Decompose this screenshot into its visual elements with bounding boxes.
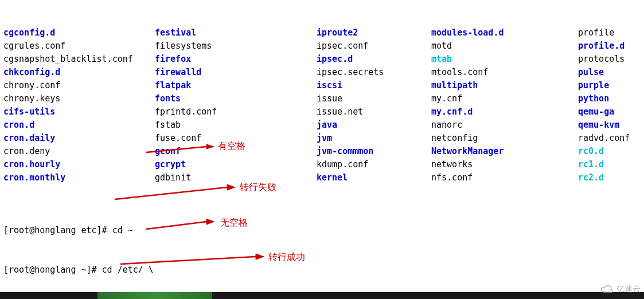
ls-entry: python <box>578 92 641 105</box>
ls-entry: pulse <box>578 66 641 79</box>
arrow-3 <box>146 219 215 230</box>
svg-marker-3 <box>227 184 235 190</box>
arrow-1 <box>146 144 215 154</box>
ls-entry: kernel <box>317 171 431 184</box>
ls-entry: radvd.conf <box>578 132 641 145</box>
ls-col-2: festivalfilesystemsfirefoxfirewalldflatp… <box>155 26 317 184</box>
ls-entry: networks <box>431 158 578 171</box>
ls-entry: issue.net <box>317 105 431 119</box>
ls-col-1: cgconfig.dcgrules.confcgsnapshot_blackli… <box>3 26 155 184</box>
annotation-wrap-fail: 转行失败 <box>240 180 276 194</box>
svg-line-2 <box>115 187 227 199</box>
annotation-has-space: 有空格 <box>218 139 245 152</box>
ls-entry: fonts <box>155 92 317 105</box>
ls-entry: chkconfig.d <box>3 66 155 79</box>
ls-entry: festival <box>155 26 317 40</box>
ls-entry: cron.d <box>3 119 155 132</box>
ls-entry: filesystems <box>155 40 317 53</box>
ls-entry: profile <box>578 26 641 40</box>
ls-entry: rc1.d <box>578 158 641 171</box>
ls-entry: rc2.d <box>578 171 641 184</box>
ls-entry: ipsec.conf <box>317 40 431 53</box>
svg-line-0 <box>146 147 206 152</box>
svg-marker-1 <box>206 144 214 149</box>
ls-entry: nfs.conf <box>431 171 578 184</box>
ls-entry: cgsnapshot_blacklist.conf <box>3 53 155 66</box>
ls-entry: NetworkManager <box>431 145 578 158</box>
ls-entry: java <box>317 119 431 132</box>
ls-entry: my.cnf.d <box>431 105 578 119</box>
arrow-2 <box>115 184 235 202</box>
terminal-output: cgconfig.dcgrules.confcgsnapshot_blackli… <box>0 0 644 299</box>
ls-entry: ipsec.d <box>317 53 431 66</box>
ls-entry: mtab <box>431 53 578 66</box>
ls-entry: multipath <box>431 79 578 92</box>
ls-entry: mtools.conf <box>431 66 578 79</box>
ls-entry: gdbinit <box>155 171 317 184</box>
ls-entry: gcrypt <box>155 158 317 171</box>
ls-entry: cgrules.conf <box>3 40 155 53</box>
ls-entry: cron.monthly <box>3 171 155 184</box>
ls-entry: motd <box>431 40 578 53</box>
ls-entry: rc0.d <box>578 145 641 158</box>
ls-columns: cgconfig.dcgrules.confcgsnapshot_blackli… <box>3 26 641 184</box>
ls-entry: cron.hourly <box>3 158 155 171</box>
ls-entry: jvm <box>317 132 431 145</box>
ls-entry: nanorc <box>431 119 578 132</box>
ls-entry: fstab <box>155 119 317 132</box>
annotation-no-space: 无空格 <box>220 216 248 229</box>
ls-entry: cron.daily <box>3 132 155 145</box>
ls-col-4: modules-load.dmotdmtabmtools.confmultipa… <box>431 26 578 184</box>
cloud-icon <box>599 284 614 294</box>
ls-entry: cron.deny <box>3 145 155 158</box>
svg-marker-5 <box>206 219 214 225</box>
ls-entry: cgconfig.d <box>3 26 155 40</box>
ls-col-5: profileprofile.dprotocolspulsepurplepyth… <box>578 26 641 184</box>
ls-entry: kdump.conf <box>317 158 431 171</box>
annotation-wrap-ok: 转行成功 <box>268 250 305 263</box>
ls-entry: issue <box>317 92 431 105</box>
ls-entry: flatpak <box>155 79 317 92</box>
arrow-4 <box>120 254 264 265</box>
ls-entry: fprintd.conf <box>155 105 317 119</box>
ls-entry: profile.d <box>578 40 641 53</box>
ls-entry: modules-load.d <box>431 26 578 40</box>
ls-entry: firefox <box>155 53 317 66</box>
ls-entry: cifs-utils <box>3 105 155 119</box>
ls-entry: jvm-commmon <box>317 145 431 158</box>
svg-line-6 <box>120 257 256 264</box>
taskbar <box>0 292 644 299</box>
svg-line-4 <box>146 222 206 229</box>
ls-col-3: iproute2ipsec.confipsec.dipsec.secretsis… <box>317 26 431 184</box>
ls-entry: iscsi <box>317 79 431 92</box>
ls-entry: qemu-kvm <box>578 119 641 132</box>
watermark: 亿速云 <box>599 282 641 296</box>
ls-entry: ipsec.secrets <box>317 66 431 79</box>
ls-entry: my.cnf <box>431 92 578 105</box>
ls-entry: purple <box>578 79 641 92</box>
shell-line-1: [root@honglang etc]# cd ~ <box>3 224 641 237</box>
ls-entry: iproute2 <box>317 26 431 40</box>
shell-line-2: [root@honglang ~]# cd /etc/ \ <box>3 263 641 277</box>
ls-entry: netconfig <box>431 132 578 145</box>
ls-entry: chrony.conf <box>3 79 155 92</box>
ls-entry: qemu-ga <box>578 105 641 119</box>
ls-entry: protocols <box>578 53 641 66</box>
ls-entry: chrony.keys <box>3 92 155 105</box>
ls-entry: firewalld <box>155 66 317 79</box>
svg-marker-7 <box>256 254 264 259</box>
